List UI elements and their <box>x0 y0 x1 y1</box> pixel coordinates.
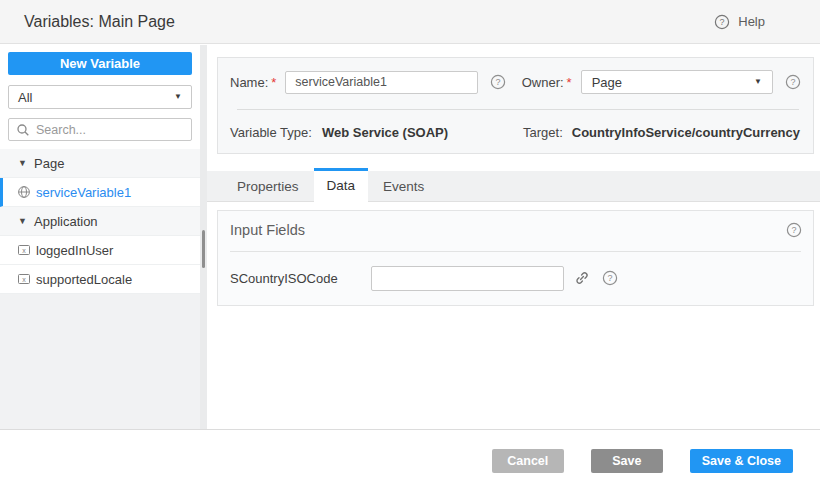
variable-tree: ▼ Page serviceVariable1 ▼ Application <box>0 149 200 294</box>
chevron-down-icon: ▼ <box>174 93 182 101</box>
svg-text:?: ? <box>790 77 795 87</box>
divider <box>230 251 801 252</box>
input-fields-panel: Input Fields ? SCountryISOCode <box>217 210 814 306</box>
field-label: SCountryISOCode <box>230 271 371 286</box>
svg-text:?: ? <box>720 17 725 27</box>
search-input[interactable] <box>36 123 184 137</box>
tab-events[interactable]: Events <box>368 171 439 202</box>
tree-item-loggedinuser[interactable]: x loggedInUser <box>0 236 200 265</box>
input-fields-title: Input Fields <box>230 222 305 238</box>
sidebar-controls: New Variable All ▼ <box>0 45 200 149</box>
variable-detail-panel: Name: * ? Owner: * Page ▼ <box>207 45 820 429</box>
name-owner-row: Name: * ? Owner: * Page ▼ <box>230 70 801 94</box>
tree-item-label: serviceVariable1 <box>36 185 131 200</box>
variable-type-label: Variable Type: <box>230 125 312 140</box>
variable-icon: x <box>17 243 31 257</box>
filter-selected-value: All <box>18 90 32 105</box>
web-service-icon <box>17 185 31 199</box>
input-fields-help-icon[interactable]: ? <box>786 222 802 238</box>
save-button[interactable]: Save <box>591 449 663 473</box>
dialog-footer: Cancel Save Save & Close <box>0 429 820 489</box>
name-label: Name: <box>230 75 268 90</box>
svg-text:x: x <box>22 247 26 254</box>
page-title: Variables: Main Page <box>24 13 175 31</box>
tab-data[interactable]: Data <box>314 168 369 203</box>
save-and-close-button[interactable]: Save & Close <box>690 449 793 473</box>
tab-properties[interactable]: Properties <box>222 171 314 202</box>
search-icon <box>16 123 30 137</box>
target-value: CountryInfoService/countryCurrency <box>572 125 800 140</box>
tree-item-supportedlocale[interactable]: x supportedLocale <box>0 265 200 294</box>
name-required-marker: * <box>271 75 276 90</box>
new-variable-button[interactable]: New Variable <box>8 52 192 75</box>
target-label: Target: <box>523 125 563 140</box>
tree-group-page[interactable]: ▼ Page <box>0 149 200 178</box>
owner-required-marker: * <box>567 75 572 90</box>
svg-text:?: ? <box>607 273 612 283</box>
divider <box>237 109 799 110</box>
help-label: Help <box>738 14 765 29</box>
owner-label: Owner: <box>522 75 564 90</box>
svg-text:?: ? <box>791 225 796 235</box>
field-help-icon[interactable]: ? <box>602 270 618 286</box>
variables-dialog: Variables: Main Page ? Help New Variable… <box>0 0 820 489</box>
dialog-header: Variables: Main Page ? Help <box>0 0 820 44</box>
scrollbar-thumb[interactable] <box>202 230 205 268</box>
variable-filter-select[interactable]: All ▼ <box>8 85 192 109</box>
tree-item-label: loggedInUser <box>36 243 113 258</box>
svg-text:x: x <box>22 276 26 283</box>
input-field-row: SCountryISOCode ? <box>230 265 801 291</box>
tree-item-label: supportedLocale <box>36 272 132 287</box>
tree-group-label: Page <box>34 156 64 171</box>
owner-help-icon[interactable]: ? <box>785 74 801 90</box>
tree-item-servicevariable1[interactable]: serviceVariable1 <box>0 178 200 207</box>
expander-icon[interactable]: ▼ <box>18 158 28 168</box>
help-button[interactable]: ? Help <box>714 14 765 30</box>
detail-tabbar: Properties Data Events <box>207 171 820 202</box>
variable-search <box>8 118 192 141</box>
variable-type-value: Web Service (SOAP) <box>322 125 448 140</box>
variable-icon: x <box>17 272 31 286</box>
scountryisocode-input[interactable] <box>371 266 564 291</box>
variables-sidebar: New Variable All ▼ ▼ Page <box>0 45 200 429</box>
variable-summary-panel: Name: * ? Owner: * Page ▼ <box>217 57 814 154</box>
expander-icon[interactable]: ▼ <box>18 216 28 226</box>
sidebar-main-divider <box>200 45 207 429</box>
owner-select[interactable]: Page ▼ <box>581 70 773 94</box>
chevron-down-icon: ▼ <box>754 78 762 86</box>
cancel-button[interactable]: Cancel <box>492 449 564 473</box>
name-input[interactable] <box>285 71 477 94</box>
type-target-row: Variable Type: Web Service (SOAP) Target… <box>230 122 801 144</box>
tree-group-label: Application <box>34 214 98 229</box>
tree-group-application[interactable]: ▼ Application <box>0 207 200 236</box>
owner-selected-value: Page <box>592 75 622 90</box>
help-circle-icon: ? <box>714 14 730 30</box>
name-help-icon[interactable]: ? <box>490 74 506 90</box>
svg-text:?: ? <box>495 77 500 87</box>
bind-link-icon[interactable] <box>574 270 590 286</box>
